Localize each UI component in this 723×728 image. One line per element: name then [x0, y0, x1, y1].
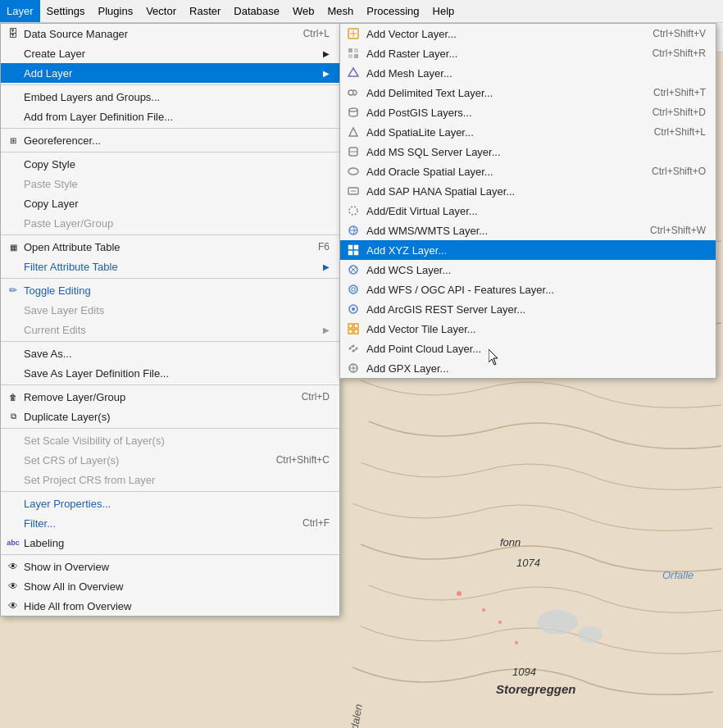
separator-4: [1, 234, 339, 235]
menu-vector[interactable]: Vector: [139, 0, 183, 22]
menu-item-set-project-crs: Set Project CRS from Layer: [1, 470, 339, 489]
submenu-item-add-wcs[interactable]: Add WCS Layer...: [340, 260, 716, 280]
svg-point-2: [457, 591, 462, 596]
open-attribute-table-icon: ▦: [6, 239, 20, 254]
hide-all-overview-icon: 👁: [6, 598, 20, 613]
menu-database[interactable]: Database: [227, 0, 286, 22]
menu-item-copy-style[interactable]: Copy Style: [1, 154, 339, 174]
svg-point-5: [515, 641, 518, 644]
svg-rect-10: [354, 54, 358, 58]
duplicate-layer-icon: ⧉: [6, 409, 20, 424]
add-wms-icon: [345, 222, 362, 239]
add-wfs-icon: [345, 281, 362, 298]
menu-web[interactable]: Web: [286, 0, 321, 22]
separator-8: [1, 428, 339, 429]
add-vector-tile-icon: [345, 321, 362, 337]
svg-point-12: [348, 90, 353, 95]
submenu-item-add-gpx[interactable]: Add GPX Layer...: [340, 358, 716, 378]
add-postgis-icon: [345, 104, 362, 121]
add-sap-icon: [345, 183, 362, 199]
map-label-storegreggen: Storegreggen: [496, 682, 576, 696]
svg-rect-20: [354, 245, 358, 249]
menu-settings[interactable]: Settings: [40, 0, 92, 22]
submenu-item-add-mesh[interactable]: Add Mesh Layer...: [340, 63, 716, 83]
svg-rect-28: [354, 324, 358, 328]
map-label-1094: 1094: [512, 666, 536, 678]
menu-item-embed-layers[interactable]: Embed Layers and Groups...: [1, 87, 339, 107]
menu-item-add-layer[interactable]: Add Layer ▶: [1, 63, 339, 83]
submenu-item-add-vector-tile[interactable]: Add Vector Tile Layer...: [340, 319, 716, 339]
menu-item-paste-layer-group: Paste Layer/Group: [1, 213, 339, 233]
toggle-editing-icon: ✏: [6, 283, 20, 298]
add-arcgis-icon: [345, 301, 362, 317]
add-layer-submenu: Add Vector Layer... Ctrl+Shift+V Add Ras…: [339, 23, 716, 379]
menu-plugins[interactable]: Plugins: [92, 0, 140, 22]
svg-rect-27: [348, 324, 352, 328]
menu-item-georeferencer[interactable]: ⊞ Georeferencer...: [1, 130, 339, 150]
svg-point-17: [349, 207, 357, 215]
submenu-item-add-delimited[interactable]: Add Delimited Text Layer... Ctrl+Shift+T: [340, 83, 716, 102]
menu-item-filter[interactable]: Filter... Ctrl+F: [1, 513, 339, 533]
submenu-item-add-virtual[interactable]: Add/Edit Virtual Layer...: [340, 201, 716, 221]
submenu-item-add-sap[interactable]: Add SAP HANA Spatial Layer...: [340, 181, 716, 201]
menu-item-save-layer-edits: Save Layer Edits: [1, 300, 339, 320]
add-vector-icon: [345, 25, 362, 42]
show-overview-icon: 👁: [6, 559, 20, 574]
menu-item-duplicate-layer[interactable]: ⧉ Duplicate Layer(s): [1, 407, 339, 426]
svg-point-0: [537, 610, 578, 635]
menu-item-labeling[interactable]: abc Labeling: [1, 533, 339, 553]
svg-point-36: [354, 349, 356, 351]
menu-mesh[interactable]: Mesh: [321, 0, 360, 22]
submenu-item-add-vector[interactable]: Add Vector Layer... Ctrl+Shift+V: [340, 24, 716, 43]
add-delimited-icon: [345, 84, 362, 101]
submenu-item-add-xyz[interactable]: Add XYZ Layer...: [340, 240, 716, 260]
menu-item-open-attribute-table[interactable]: ▦ Open Attribute Table F6: [1, 237, 339, 257]
submenu-item-add-wms[interactable]: Add WMS/WMTS Layer... Ctrl+Shift+W: [340, 221, 716, 240]
menu-item-toggle-editing[interactable]: ✏ Toggle Editing: [1, 280, 339, 300]
submenu-item-add-postgis[interactable]: Add PostGIS Layers... Ctrl+Shift+D: [340, 102, 716, 122]
menu-item-copy-layer[interactable]: Copy Layer: [1, 193, 339, 213]
submenu-item-add-arcgis[interactable]: Add ArcGIS REST Server Layer...: [340, 299, 716, 319]
add-point-cloud-icon: [345, 340, 362, 357]
menu-item-layer-properties[interactable]: Layer Properties...: [1, 494, 339, 513]
menu-item-data-source-manager[interactable]: 🗄 Data Source Manager Ctrl+L: [1, 24, 339, 43]
svg-rect-9: [348, 54, 352, 58]
menu-processing[interactable]: Processing: [360, 0, 425, 22]
menu-item-create-layer[interactable]: Create Layer ▶: [1, 43, 339, 63]
add-gpx-icon: [345, 360, 362, 376]
svg-point-31: [349, 348, 352, 350]
menu-item-show-overview[interactable]: 👁 Show in Overview: [1, 557, 339, 576]
menu-item-hide-all-overview[interactable]: 👁 Hide All from Overview: [1, 596, 339, 616]
layer-menu: 🗄 Data Source Manager Ctrl+L Create Laye…: [0, 23, 340, 617]
add-oracle-icon: [345, 163, 362, 180]
submenu-item-add-mssql[interactable]: Add MS SQL Server Layer...: [340, 142, 716, 162]
menu-layer[interactable]: Layer: [0, 0, 40, 22]
submenu-item-add-oracle[interactable]: Add Oracle Spatial Layer... Ctrl+Shift+O: [340, 162, 716, 181]
menu-item-paste-style: Paste Style: [1, 174, 339, 193]
svg-point-26: [352, 307, 355, 311]
separator-9: [1, 491, 339, 492]
menu-item-show-all-overview[interactable]: 👁 Show All in Overview: [1, 576, 339, 596]
separator-1: [1, 84, 339, 85]
submenu-item-add-spatialite[interactable]: Add SpatiaLite Layer... Ctrl+Shift+L: [340, 122, 716, 142]
menu-raster[interactable]: Raster: [183, 0, 227, 22]
menu-item-add-from-def[interactable]: Add from Layer Definition File...: [1, 107, 339, 126]
menu-item-set-scale-vis: Set Scale Visibility of Layer(s): [1, 430, 339, 450]
menu-item-remove-layer[interactable]: 🗑 Remove Layer/Group Ctrl+D: [1, 387, 339, 407]
svg-rect-8: [354, 48, 358, 52]
add-virtual-icon: [345, 202, 362, 219]
menu-item-current-edits: Current Edits ▶: [1, 320, 339, 339]
menu-item-filter-attribute-table[interactable]: Filter Attribute Table ▶: [1, 257, 339, 276]
submenu-item-add-raster[interactable]: Add Raster Layer... Ctrl+Shift+R: [340, 43, 716, 63]
menu-help[interactable]: Help: [426, 0, 462, 22]
menu-item-save-as[interactable]: Save As...: [1, 344, 339, 363]
submenu-item-add-point-cloud[interactable]: Add Point Cloud Layer...: [340, 339, 716, 358]
map-label-orfalle: Orfalle: [662, 569, 693, 581]
remove-layer-icon: 🗑: [6, 389, 20, 404]
svg-rect-19: [348, 245, 352, 249]
separator-3: [1, 152, 339, 152]
add-mesh-icon: [345, 65, 362, 81]
svg-point-1: [578, 626, 602, 643]
submenu-item-add-wfs[interactable]: Add WFS / OGC API - Features Layer...: [340, 280, 716, 299]
menu-item-save-as-def[interactable]: Save As Layer Definition File...: [1, 363, 339, 383]
